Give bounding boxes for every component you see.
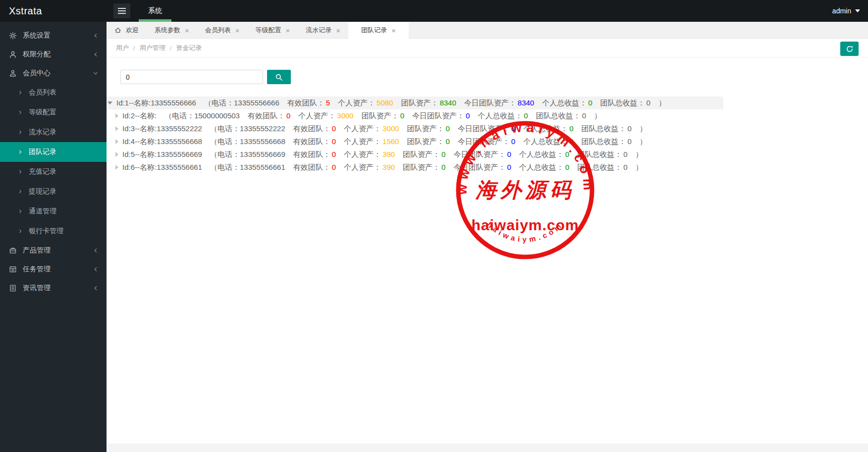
- field-value: 0: [332, 150, 336, 158]
- sidebar-subitem-recharge-records[interactable]: 充值记录: [0, 162, 107, 182]
- row-field-valid-team: 有效团队：0: [293, 163, 336, 172]
- sidebar-item-label: 任务管理: [23, 265, 93, 274]
- sidebar-item-member-center[interactable]: 会员中心: [0, 64, 107, 83]
- row-field-today-team-assets: 今日团队资产：0: [458, 124, 515, 134]
- sidebar-subitem-flow-records[interactable]: 流水记录: [0, 122, 107, 142]
- tab-welcome[interactable]: 欢迎: [107, 22, 147, 39]
- expand-arrow-icon[interactable]: [115, 165, 118, 170]
- tree-row[interactable]: Id:2--名称:（电话：15000000503有效团队：0个人资产：3000团…: [107, 109, 723, 122]
- tab-label: 会员列表: [205, 26, 231, 35]
- chevron-left-icon: [93, 33, 99, 39]
- sidebar-subitem-bankcard-manage[interactable]: 银行卡管理: [0, 221, 107, 241]
- sidebar-subitem-channel-manage[interactable]: 通道管理: [0, 201, 107, 221]
- tree-row[interactable]: Id:5--名称:13355556669（电话：13355556669有效团队：…: [107, 148, 723, 161]
- field-label: 个人总收益：: [523, 124, 568, 133]
- tab-flow-records[interactable]: 流水记录×: [298, 22, 348, 39]
- sidebar-subitem-withdraw-records[interactable]: 提现记录: [0, 182, 107, 201]
- tree-row[interactable]: Id:1--名称:13355556666（电话：13355556666有效团队：…: [107, 97, 723, 109]
- row-suffix: ）: [640, 124, 647, 134]
- chevron-right-icon: [18, 209, 23, 214]
- user-menu[interactable]: admin: [832, 0, 860, 22]
- breadcrumb-item[interactable]: 资金记录: [176, 44, 202, 52]
- search-button[interactable]: [267, 70, 291, 84]
- topnav-item-system[interactable]: 系统: [139, 0, 171, 22]
- sidebar-subitem-label: 等级配置: [29, 108, 56, 117]
- breadcrumb-item[interactable]: 用户管理: [140, 44, 165, 52]
- field-label: 个人总收益：: [542, 99, 587, 107]
- menu-toggle-button[interactable]: [113, 3, 130, 18]
- row-suffix: ）: [594, 111, 601, 121]
- tab-close-icon[interactable]: ×: [286, 27, 290, 34]
- field-value: 0: [511, 137, 515, 146]
- sidebar-item-task-manage[interactable]: 任务管理: [0, 260, 107, 279]
- row-field-today-team-assets: 今日团队资产：0: [453, 150, 511, 159]
- row-field-team-total-income: 团队总收益：0: [577, 150, 627, 159]
- row-id-name: Id:2--名称:: [122, 111, 157, 121]
- tab-member-list[interactable]: 会员列表×: [197, 22, 248, 39]
- field-value: 0: [569, 137, 573, 146]
- expand-arrow-icon[interactable]: [115, 113, 118, 118]
- field-label: 今日团队资产：: [453, 163, 505, 171]
- app-logo: Xstrata: [0, 0, 107, 22]
- sidebar-subitem-label: 会员列表: [29, 88, 56, 97]
- field-label: 团队总收益：: [536, 111, 581, 120]
- topnav-label: 系统: [148, 6, 162, 14]
- tab-close-icon[interactable]: ×: [235, 27, 240, 34]
- refresh-button[interactable]: [840, 42, 859, 56]
- field-value: 0: [332, 163, 336, 171]
- tab-close-icon[interactable]: ×: [391, 27, 396, 34]
- row-field-today-team-assets: 今日团队资产：0: [412, 111, 470, 121]
- search-icon: [275, 73, 283, 81]
- field-label: 个人总收益：: [478, 111, 522, 120]
- field-label: 团队总收益：: [577, 150, 622, 158]
- tree-row[interactable]: Id:4--名称:13355556668（电话：13355556668有效团队：…: [107, 135, 723, 148]
- sidebar-item-permission-assign[interactable]: 权限分配: [0, 45, 107, 64]
- breadcrumb-item[interactable]: 用户: [116, 44, 129, 52]
- breadcrumb: 用户/用户管理/资金记录: [116, 39, 202, 57]
- user-icon: [9, 50, 17, 58]
- tab-level-config[interactable]: 等级配置×: [248, 22, 298, 39]
- expand-arrow-icon[interactable]: [115, 126, 118, 131]
- field-value: 0: [400, 111, 404, 120]
- tab-close-icon[interactable]: ×: [336, 27, 340, 34]
- sidebar-subitem-level-config[interactable]: 等级配置: [0, 102, 107, 122]
- row-field-personal-total-income: 个人总收益：0: [523, 124, 573, 134]
- sidebar-subitem-member-list[interactable]: 会员列表: [0, 83, 107, 102]
- collapse-arrow-icon[interactable]: [108, 101, 112, 104]
- sidebar-item-system-settings[interactable]: 系统设置: [0, 26, 107, 45]
- sidebar-item-label: 系统设置: [23, 31, 93, 40]
- tab-system-params[interactable]: 系统参数×: [147, 22, 197, 39]
- row-phone: （电话：13355556666: [204, 99, 279, 108]
- tree-row[interactable]: Id:6--名称:13355556661（电话：13355556661有效团队：…: [107, 161, 723, 174]
- field-value: 0: [565, 150, 569, 158]
- tree-row[interactable]: Id:3--名称:13355552222（电话：13355552222有效团队：…: [107, 122, 723, 135]
- field-label: 个人资产：: [344, 150, 381, 158]
- field-value: 0: [627, 137, 631, 146]
- field-value: 0: [441, 150, 445, 158]
- sidebar-item-product-manage[interactable]: 产品管理: [0, 241, 107, 260]
- row-field-today-team-assets: 今日团队资产：0: [453, 163, 511, 172]
- sidebar-subitem-label: 提现记录: [29, 187, 56, 196]
- tab-team-records[interactable]: 团队记录×: [348, 22, 409, 39]
- sidebar-item-label: 产品管理: [23, 246, 93, 255]
- sidebar-subitem-team-records[interactable]: 团队记录: [0, 142, 107, 162]
- active-nav-underline: [139, 19, 171, 22]
- search-input[interactable]: [120, 70, 263, 84]
- sidebar-item-news-manage[interactable]: 资讯管理: [0, 279, 107, 298]
- chevron-right-icon: [18, 229, 23, 234]
- tab-label: 等级配置: [256, 26, 281, 35]
- tab-close-icon[interactable]: ×: [185, 27, 189, 34]
- field-label: 今日团队资产：: [412, 111, 464, 120]
- field-label: 团队资产：: [362, 111, 399, 120]
- row-field-personal-assets: 个人资产：390: [344, 150, 395, 159]
- row-field-personal-assets: 个人资产：3000: [298, 111, 353, 121]
- row-field-today-team-assets: 今日团队资产：0: [458, 137, 515, 147]
- row-field-personal-assets: 个人资产：390: [344, 163, 395, 172]
- expand-arrow-icon[interactable]: [115, 152, 118, 157]
- field-label: 今日团队资产：: [464, 99, 516, 107]
- field-value: 0: [588, 99, 592, 107]
- chevron-right-icon: [18, 110, 23, 115]
- row-phone: （电话：13355556669: [210, 150, 285, 159]
- expand-arrow-icon[interactable]: [115, 139, 118, 144]
- tab-label: 欢迎: [126, 26, 139, 35]
